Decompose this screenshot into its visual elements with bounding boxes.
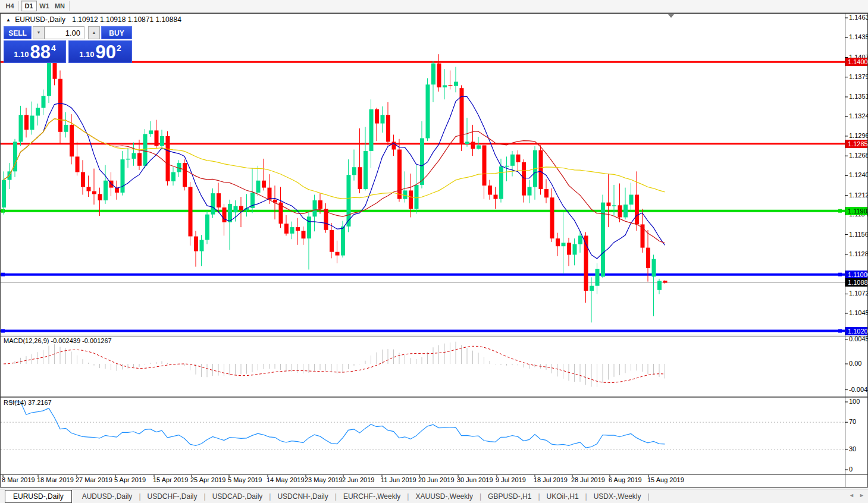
tab-usdcnh-daily[interactable]: USDCNH-,Daily [271, 492, 334, 501]
price-tick-label: 1.13240 [849, 112, 868, 120]
candle [415, 185, 419, 209]
candle [505, 166, 509, 167]
tab-eurusd-daily[interactable]: EURUSD-,Daily [5, 490, 72, 503]
candle [443, 85, 447, 87]
candle [522, 162, 526, 196]
tab-usdcad-daily[interactable]: USDCAD-,Daily [206, 492, 270, 501]
candle [471, 142, 475, 149]
candle [76, 156, 80, 172]
candle [494, 195, 498, 199]
trading-platform-window: H4 D1 W1 MN ▲ EURUSD-,Daily 1.10912 1.10… [0, 0, 868, 503]
volume-decrease-button[interactable]: ▼ [33, 26, 45, 39]
candle [302, 231, 306, 238]
ma-medium-line [4, 119, 665, 243]
candle [239, 206, 243, 210]
candle [663, 281, 668, 282]
candle [556, 238, 560, 246]
candle [375, 109, 379, 124]
chart-symbol-label: EURUSD-,Daily [15, 15, 65, 24]
volume-increase-button[interactable]: ▲ [88, 26, 100, 39]
chart-ohlc-values: 1.10912 1.10918 1.10871 1.10884 [72, 15, 181, 24]
candle [539, 150, 543, 189]
candle [499, 166, 503, 199]
tab-gbpusd-h1[interactable]: GBPUSD-,H1 [481, 492, 538, 501]
tab-eurchf-weekly[interactable]: EURCHF-,Weekly [337, 492, 407, 501]
price-tick-label: 1.10725 [849, 290, 868, 297]
candle [290, 227, 294, 234]
volume-input[interactable] [45, 26, 84, 39]
candle [612, 205, 616, 206]
candle [341, 227, 345, 256]
timeframe-button-mn[interactable]: MN [52, 1, 67, 11]
price-tick-label: 1.12120 [849, 191, 868, 199]
scroll-right-icon[interactable]: ► [859, 492, 864, 498]
chevron-up-icon: ▲ [92, 30, 96, 34]
candle [200, 240, 204, 252]
candle [92, 191, 96, 194]
collapse-panel-icon[interactable]: ▲ [6, 17, 11, 23]
line-handle[interactable] [1, 273, 5, 276]
rsi-indicator-label: RSI(14) 37.2167 [4, 399, 52, 406]
line-handle[interactable] [838, 209, 842, 213]
candle [132, 153, 136, 159]
candle [567, 243, 571, 254]
price-tick-label: 1.14355 [849, 33, 868, 41]
macd-histogram [4, 342, 665, 387]
candle [268, 188, 272, 200]
timeframe-button-d1[interactable]: D1 [21, 1, 37, 11]
price-tick-label: 1.12680 [849, 152, 868, 159]
buy-price-display[interactable]: 1.10 90 2 [68, 40, 132, 63]
candle [211, 193, 215, 215]
sell-price-pip-digit: 4 [51, 43, 56, 53]
candle [183, 163, 187, 187]
timeframe-button-w1[interactable]: W1 [37, 1, 52, 11]
sell-price-display[interactable]: 1.10 88 4 [4, 40, 66, 63]
rsi-axis-label: 70 [849, 418, 856, 426]
candle [126, 159, 130, 160]
candle [403, 190, 408, 199]
candle [284, 224, 289, 234]
candle [104, 181, 108, 200]
candle [465, 142, 469, 144]
candle [482, 145, 487, 186]
buy-price-pip-digit: 2 [117, 43, 121, 53]
line-handle[interactable] [1, 209, 5, 213]
chart-shift-marker[interactable] [668, 14, 674, 18]
chart-canvas[interactable] [0, 0, 868, 503]
tab-usdchf-daily[interactable]: USDCHF-,Daily [141, 492, 204, 501]
macd-axis-label: -0.004806 [849, 386, 868, 394]
candle [24, 115, 29, 130]
candle [618, 205, 622, 217]
scroll-left-icon[interactable]: ◄ [849, 492, 854, 498]
sell-price-prefix: 1.10 [14, 50, 29, 59]
candle [392, 142, 396, 149]
price-line-label: 1.11000 [845, 271, 867, 279]
line-handle[interactable] [1, 329, 5, 333]
candle [562, 243, 566, 246]
candle [30, 116, 35, 130]
tab-audusd-daily[interactable]: AUDUSD-,Daily [76, 492, 139, 501]
current-price-label: 1.10884 [845, 278, 867, 287]
candle [2, 180, 6, 208]
line-handle[interactable] [838, 329, 842, 333]
macd-indicator-label: MACD(12,26,9) -0.002439 -0.001267 [4, 337, 112, 344]
sell-button[interactable]: SELL [4, 26, 32, 39]
candle [652, 259, 656, 277]
candle [623, 205, 628, 217]
ma-slow-line [4, 119, 665, 199]
tab-xauusd-weekly[interactable]: XAUUSD-,Weekly [409, 492, 479, 501]
tab-usdx-weekly[interactable]: USDX-,Weekly [587, 492, 648, 501]
candle [657, 281, 662, 290]
candle [437, 64, 441, 87]
buy-button[interactable]: BUY [101, 26, 132, 39]
candle [397, 150, 402, 199]
candle [194, 237, 198, 252]
price-axis[interactable]: 1.146351.143551.140751.137951.135151.132… [845, 13, 868, 488]
timeframe-button-h4[interactable]: H4 [2, 1, 17, 11]
tab-separator: | [648, 492, 650, 501]
candle [352, 167, 356, 175]
candle [70, 125, 74, 156]
tab-ukoil-h1[interactable]: UKOil-,H1 [540, 492, 585, 501]
rsi-axis-label: 100 [849, 398, 860, 405]
line-handle[interactable] [838, 273, 842, 276]
